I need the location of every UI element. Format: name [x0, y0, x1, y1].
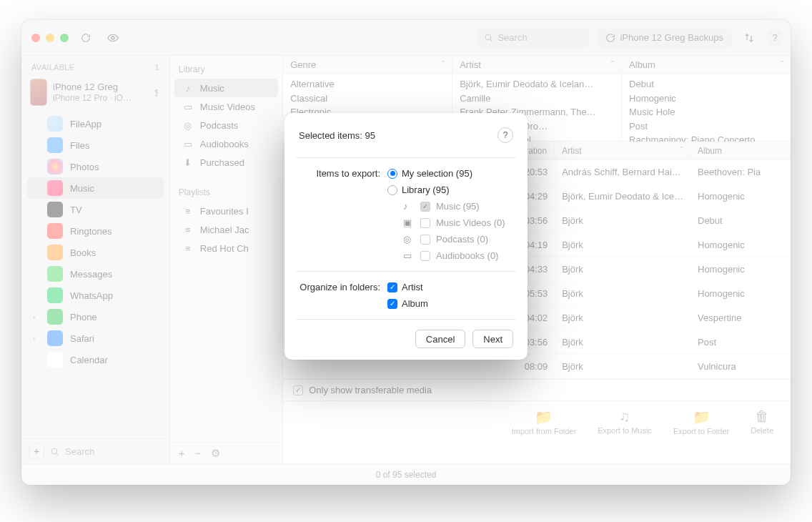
cancel-button[interactable]: Cancel	[415, 330, 465, 348]
dialog-title: Selected items: 95	[299, 130, 375, 141]
next-button[interactable]: Next	[472, 330, 513, 348]
organize-in-folders-label: Organize in folders:	[299, 282, 387, 309]
dialog-help-button[interactable]: ?	[497, 127, 513, 143]
checkbox-artist[interactable]: ✓Artist	[387, 282, 513, 292]
music-icon: ♪	[403, 201, 415, 212]
export-dialog: Selected items: 95 ? Items to export: My…	[284, 113, 528, 360]
radio-my-selection[interactable]: My selection (95)	[387, 168, 513, 179]
subtype-podcasts[interactable]: ◎Podcasts (0)	[387, 234, 513, 245]
subtype-music[interactable]: ♪✓Music (95)	[387, 201, 513, 212]
checkbox-album[interactable]: ✓Album	[387, 298, 513, 309]
subtype-music-videos[interactable]: ▣Music Videos (0)	[387, 217, 513, 228]
subtype-audiobooks[interactable]: ▭Audiobooks (0)	[387, 250, 513, 261]
items-to-export-label: Items to export:	[299, 168, 387, 261]
radio-library[interactable]: Library (95)	[387, 184, 513, 195]
podcast-icon: ◎	[403, 234, 415, 245]
music-video-icon: ▣	[403, 217, 415, 228]
audiobook-icon: ▭	[403, 250, 415, 261]
